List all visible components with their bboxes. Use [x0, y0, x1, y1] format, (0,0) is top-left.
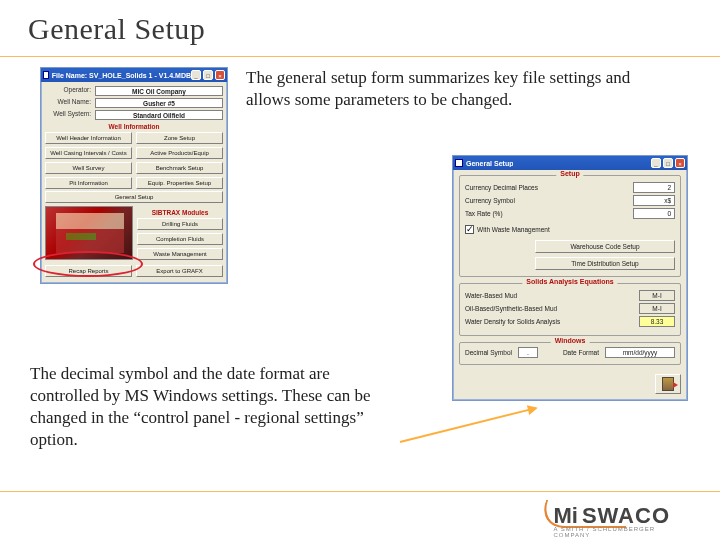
operator-field[interactable]: MIC Oil Company: [95, 86, 223, 96]
benchmark-button[interactable]: Benchmark Setup: [136, 162, 223, 174]
logo-sub: A SMITH / SCHLUMBERGER COMPANY: [553, 526, 670, 538]
setup-legend: Setup: [556, 170, 583, 177]
tax-rate-field[interactable]: 0: [633, 208, 675, 219]
water-density-label: Water Density for Solids Analysis: [465, 318, 639, 325]
titlebar: File Name: SV_HOLE_Solids 1 - V1.4.MDB _…: [41, 68, 227, 82]
solids-legend: Solids Analysis Equations: [522, 278, 617, 285]
window-title: File Name: SV_HOLE_Solids 1 - V1.4.MDB: [52, 72, 191, 79]
window-title: General Setup: [466, 160, 513, 167]
exit-icon: [662, 377, 674, 391]
logo: Mi SWACO A SMITH / SCHLUMBERGER COMPANY: [553, 498, 670, 534]
zone-setup-button[interactable]: Zone Setup: [136, 132, 223, 144]
pit-info-button[interactable]: Pit Information: [45, 177, 132, 189]
casing-button[interactable]: Well Casing Intervals / Costs: [45, 147, 132, 159]
section-sibtrax: SIBTRAX Modules: [137, 209, 223, 216]
description-2: The decimal symbol and the date format a…: [30, 363, 400, 451]
wbm-field[interactable]: M-I: [639, 290, 675, 301]
checkbox-icon: [465, 225, 474, 234]
general-setup-button[interactable]: General Setup: [45, 191, 223, 203]
app-icon: [455, 159, 463, 167]
maximize-button[interactable]: □: [203, 70, 213, 80]
export-grafx-button[interactable]: Export to GRAFX: [136, 265, 223, 277]
drilling-fluids-button[interactable]: Drilling Fluids: [137, 218, 223, 230]
setup-group: Setup Currency Decimal Places2 Currency …: [459, 175, 681, 277]
well-survey-button[interactable]: Well Survey: [45, 162, 132, 174]
wellname-label: Well Name:: [45, 98, 95, 108]
date-format-label: Date Format: [563, 349, 599, 356]
date-format-field: mm/dd/yyyy: [605, 347, 675, 358]
rig-photo: [45, 206, 133, 260]
minimize-button[interactable]: _: [191, 70, 201, 80]
solids-group: Solids Analysis Equations Water-Based Mu…: [459, 283, 681, 336]
close-button[interactable]: ×: [215, 70, 225, 80]
active-products-button[interactable]: Active Products/Equip: [136, 147, 223, 159]
wbm-label: Water-Based Mud: [465, 292, 639, 299]
wellsys-field[interactable]: Standard Oilfield: [95, 110, 223, 120]
currency-symbol-field[interactable]: x$: [633, 195, 675, 206]
description-1: The general setup form summarizes key fi…: [246, 67, 658, 111]
warehouse-code-button[interactable]: Warehouse Code Setup: [535, 240, 675, 253]
window-file-main: File Name: SV_HOLE_Solids 1 - V1.4.MDB _…: [40, 67, 228, 284]
completion-fluids-button[interactable]: Completion Fluids: [137, 233, 223, 245]
obm-label: Oil-Based/Synthetic-Based Mud: [465, 305, 639, 312]
obm-field[interactable]: M-I: [639, 303, 675, 314]
water-density-field[interactable]: 8.33: [639, 316, 675, 327]
divider-top: [0, 56, 720, 57]
close-button[interactable]: ×: [675, 158, 685, 168]
waste-mgmt-checkbox[interactable]: With Waste Management: [465, 225, 550, 234]
recap-reports-button[interactable]: Recap Reports: [45, 265, 132, 277]
maximize-button[interactable]: □: [663, 158, 673, 168]
well-header-button[interactable]: Well Header Information: [45, 132, 132, 144]
minimize-button[interactable]: _: [651, 158, 661, 168]
window-general-setup: General Setup _ □ × Setup Currency Decim…: [452, 155, 688, 401]
wellname-field[interactable]: Gusher #5: [95, 98, 223, 108]
exit-button[interactable]: [655, 374, 681, 394]
decimal-symbol-field: .: [518, 347, 538, 358]
titlebar: General Setup _ □ ×: [453, 156, 687, 170]
divider-bottom: [0, 491, 720, 492]
time-dist-button[interactable]: Time Distribution Setup: [535, 257, 675, 270]
decimal-places-field[interactable]: 2: [633, 182, 675, 193]
decimal-symbol-label: Decimal Symbol: [465, 349, 512, 356]
callout-arrow: [400, 407, 536, 443]
waste-mgmt-button[interactable]: Waste Management: [137, 248, 223, 260]
wellsys-label: Well System:: [45, 110, 95, 120]
operator-label: Operator:: [45, 86, 95, 96]
app-icon: [43, 71, 49, 79]
section-well-info: Well Information: [45, 123, 223, 130]
slide-title: General Setup: [0, 0, 720, 56]
waste-mgmt-label: With Waste Management: [477, 226, 550, 233]
equip-props-button[interactable]: Equip. Properties Setup: [136, 177, 223, 189]
decimal-places-label: Currency Decimal Places: [465, 184, 629, 191]
tax-rate-label: Tax Rate (%): [465, 210, 629, 217]
windows-legend: Windows: [551, 337, 590, 344]
currency-symbol-label: Currency Symbol: [465, 197, 629, 204]
windows-group: Windows Decimal Symbol . Date Format mm/…: [459, 342, 681, 365]
